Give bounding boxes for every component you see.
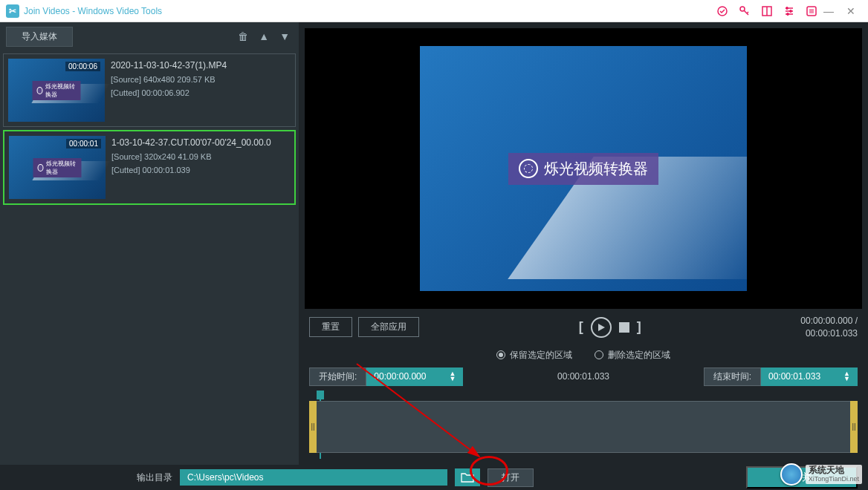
timeline[interactable]: || || [309, 393, 858, 456]
thumb-duration: 00:00:01 [66, 139, 101, 148]
watermark-text-1: 系统天地 [809, 466, 859, 475]
mark-in-button[interactable]: [ [579, 319, 583, 335]
app-icon: ✂ [6, 4, 19, 18]
svg-marker-8 [598, 324, 605, 331]
window-title: Join Videos - Windows Video Tools [24, 6, 716, 16]
keep-region-radio[interactable]: 保留选定的区域 [496, 349, 572, 362]
menu-icon[interactable] [806, 5, 817, 17]
layout-icon[interactable] [761, 5, 773, 17]
delete-icon[interactable]: 🗑 [235, 30, 251, 42]
media-item[interactable]: 烁光视频转换器 00:00:01 1-03-10-42-37.CUT.00'07… [3, 130, 296, 205]
time-display: 00:00:00.000 / 00:00:01.033 [800, 315, 858, 340]
duration-display: 00:00:01.033 [469, 371, 697, 382]
settings-icon[interactable] [783, 5, 795, 17]
mark-out-button[interactable]: ] [637, 319, 641, 335]
output-path-input[interactable]: C:\Users\pc\Videos [180, 469, 447, 486]
end-time-input[interactable]: 00:00:01.033▲▼ [761, 368, 858, 386]
close-button[interactable]: ✕ [840, 5, 862, 17]
end-time-label: 结束时间: [704, 368, 761, 386]
trim-handle-left[interactable]: || [309, 401, 317, 453]
editor-panel: 烁光视频转换器 重置 全部应用 [ ] 00:00:00.000 / 00:00… [299, 22, 868, 465]
preview-area: 烁光视频转换器 [305, 28, 862, 309]
reset-button[interactable]: 重置 [309, 317, 352, 337]
minimize-button[interactable]: — [817, 5, 840, 17]
svg-point-6 [787, 13, 789, 15]
play-button[interactable] [591, 317, 612, 338]
move-up-icon[interactable]: ▲ [256, 30, 272, 42]
thumb-overlay-text: 烁光视频转换器 [45, 82, 77, 99]
stop-button[interactable] [619, 322, 629, 333]
thumb-overlay-text: 烁光视频转换器 [46, 160, 77, 176]
media-panel: 导入媒体 🗑 ▲ ▼ 烁光视频转换器 00:00:06 2020-11-03-1… [0, 22, 299, 465]
move-down-icon[interactable]: ▼ [276, 30, 293, 42]
overlay-app-text: 烁光视频转换器 [544, 159, 648, 179]
overlay-app-icon [519, 159, 538, 178]
media-cutted: [Cutted] 00:00:01.039 [111, 166, 290, 174]
start-time-input[interactable]: 00:00:00.000▲▼ [366, 368, 463, 386]
title-bar: ✂ Join Videos - Windows Video Tools — ✕ [0, 0, 868, 22]
output-bar: 输出目录 C:\Users\pc\Videos 打开 合并 [0, 465, 868, 490]
apply-all-button[interactable]: 全部应用 [358, 317, 419, 337]
watermark: 系统天地 XiTongTianDi.net [780, 463, 862, 486]
svg-point-4 [786, 7, 788, 9]
trim-handle-right[interactable]: || [850, 401, 858, 453]
media-thumbnail: 烁光视频转换器 00:00:06 [8, 59, 105, 122]
media-item[interactable]: 烁光视频转换器 00:00:06 2020-11-03-10-42-37(1).… [3, 53, 296, 127]
key-icon[interactable] [739, 5, 751, 17]
thumb-duration: 00:00:06 [65, 62, 100, 71]
preview-video: 烁光视频转换器 [420, 46, 747, 291]
watermark-icon [780, 463, 803, 486]
import-media-button[interactable]: 导入媒体 [6, 27, 73, 47]
media-filename: 1-03-10-42-37.CUT.00'07-00'24_00.00.0 [111, 137, 290, 148]
media-cutted: [Cutted] 00:00:06.902 [111, 88, 291, 97]
svg-point-5 [790, 10, 792, 12]
remove-region-radio[interactable]: 删除选定的区域 [595, 349, 670, 362]
media-source: [Source] 640x480 209.57 KB [111, 75, 291, 84]
start-time-label: 开始时间: [309, 368, 366, 386]
open-folder-button[interactable]: 打开 [488, 468, 534, 487]
output-dir-label: 输出目录 [137, 471, 172, 484]
media-source: [Source] 320x240 41.09 KB [111, 152, 290, 161]
cart-icon[interactable] [716, 5, 728, 17]
playhead-marker[interactable] [317, 391, 324, 399]
browse-folder-button[interactable] [455, 468, 480, 486]
watermark-text-2: XiTongTianDi.net [809, 476, 859, 483]
media-filename: 2020-11-03-10-42-37(1).MP4 [111, 60, 291, 71]
timeline-track[interactable] [309, 401, 858, 453]
media-thumbnail: 烁光视频转换器 00:00:01 [9, 136, 106, 199]
